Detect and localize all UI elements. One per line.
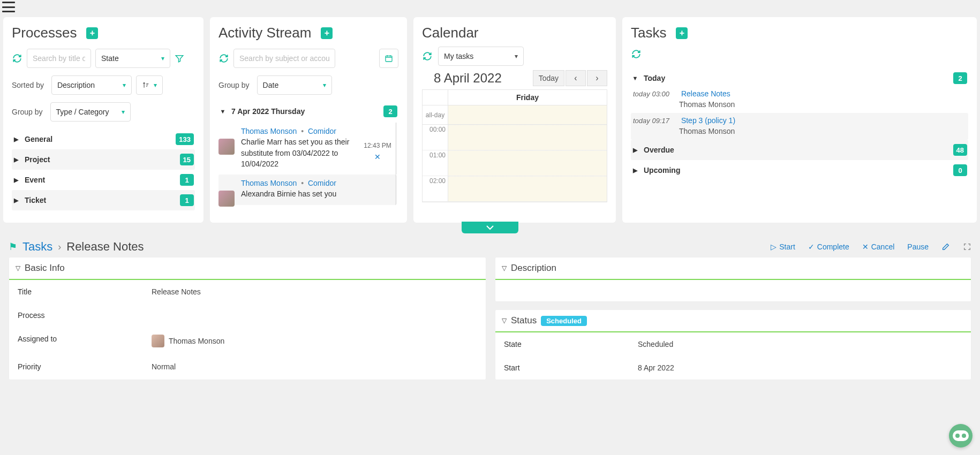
calendar-refresh-icon[interactable] bbox=[422, 51, 433, 62]
edit-icon[interactable] bbox=[941, 242, 950, 251]
status-header[interactable]: ▽ Status Scheduled bbox=[495, 310, 971, 332]
calendar-slot[interactable] bbox=[448, 176, 607, 201]
activity-user-link[interactable]: Thomas Monson bbox=[241, 127, 297, 135]
group-label: Ticket bbox=[25, 196, 46, 204]
activity-item[interactable]: Thomas Monson • Comidor Alexandra Birnie… bbox=[218, 175, 396, 205]
description-header[interactable]: ▽ Description bbox=[495, 257, 971, 280]
calendar-grid: Friday all-day 00:00 01:00 02:00 bbox=[422, 89, 607, 202]
sort-select[interactable]: Description ▾ bbox=[51, 75, 132, 95]
add-activity-button[interactable]: + bbox=[321, 27, 333, 39]
calendar-slot[interactable] bbox=[448, 150, 607, 176]
caret-right-icon: ▶ bbox=[13, 177, 19, 184]
description-body bbox=[495, 280, 971, 301]
chevron-down-icon: ▾ bbox=[154, 81, 157, 89]
caret-right-icon: ▶ bbox=[13, 136, 19, 143]
complete-label: Complete bbox=[817, 242, 849, 251]
chevron-down-icon: ▾ bbox=[122, 108, 125, 116]
cancel-action[interactable]: ✕Cancel bbox=[862, 242, 895, 251]
calendar-slot[interactable] bbox=[448, 125, 607, 150]
flag-icon: ⚑ bbox=[9, 241, 17, 253]
pause-action[interactable]: Pause bbox=[907, 242, 929, 251]
chevron-down-icon: ▾ bbox=[161, 55, 164, 62]
collapse-dashboard-button[interactable] bbox=[462, 222, 518, 233]
task-assignee: Thomas Monson bbox=[679, 127, 966, 135]
activity-day-count: 2 bbox=[383, 105, 397, 117]
task-item[interactable]: today 03:00 Release Notes Thomas Monson bbox=[631, 86, 968, 113]
add-task-button[interactable]: + bbox=[676, 27, 688, 39]
activity-item[interactable]: Thomas Monson • Comidor Charlie Marr has… bbox=[218, 123, 396, 175]
tasks-today-header[interactable]: ▼Today 2 bbox=[631, 70, 968, 86]
group-select-value: Type / Category bbox=[56, 108, 109, 116]
filter-icon[interactable] bbox=[175, 54, 184, 63]
activity-dismiss-icon[interactable]: ✕ bbox=[374, 153, 381, 161]
task-link[interactable]: Release Notes bbox=[681, 89, 730, 98]
x-icon: ✕ bbox=[862, 242, 869, 251]
activity-group-select[interactable]: Date ▾ bbox=[257, 75, 332, 95]
add-process-button[interactable]: + bbox=[86, 27, 98, 39]
complete-action[interactable]: ✓Complete bbox=[808, 242, 849, 251]
triangle-down-icon: ▽ bbox=[16, 264, 20, 272]
calendar-prev-button[interactable]: ‹ bbox=[566, 70, 586, 86]
task-link[interactable]: Step 3 (policy 1) bbox=[681, 116, 735, 125]
calendar-scope-select[interactable]: My tasks ▾ bbox=[438, 47, 524, 66]
calendar-card: Calendar My tasks ▾ 8 April 2022 Today ‹… bbox=[413, 17, 616, 223]
task-item[interactable]: today 09:17 Step 3 (policy 1) Thomas Mon… bbox=[631, 113, 968, 140]
processes-title-text: Processes bbox=[12, 25, 77, 41]
activity-card: Activity Stream + Group by Date ▾ ▼7 Apr… bbox=[210, 17, 407, 223]
tasks-overdue-label: Overdue bbox=[644, 146, 674, 154]
breadcrumb-root-link[interactable]: Tasks bbox=[22, 240, 52, 254]
field-process-label: Process bbox=[18, 311, 152, 320]
group-general[interactable]: ▶General 133 bbox=[12, 129, 195, 149]
tasks-upcoming-header[interactable]: ▶Upcoming 0 bbox=[631, 160, 968, 180]
basic-info-title: Basic Info bbox=[25, 263, 65, 274]
caret-right-icon: ▶ bbox=[13, 156, 19, 163]
tasks-today-count: 2 bbox=[953, 72, 967, 84]
field-start-label: Start bbox=[504, 363, 638, 372]
calendar-scope-value: My tasks bbox=[444, 52, 473, 60]
group-label: Event bbox=[25, 176, 45, 184]
basic-info-header[interactable]: ▽ Basic Info bbox=[9, 257, 486, 280]
play-icon: ▷ bbox=[771, 242, 777, 251]
activity-org-link[interactable]: Comidor bbox=[308, 179, 336, 187]
start-action[interactable]: ▷Start bbox=[771, 242, 795, 251]
chevron-down-icon: ▾ bbox=[123, 81, 126, 89]
activity-title: Activity Stream + bbox=[218, 25, 398, 41]
calendar-allday-slot[interactable] bbox=[448, 105, 607, 124]
activity-refresh-icon[interactable] bbox=[218, 53, 229, 64]
calendar-next-button[interactable]: › bbox=[587, 70, 607, 86]
sort-direction-button[interactable]: ▾ bbox=[136, 75, 163, 95]
chevron-down-icon: ▾ bbox=[515, 52, 518, 60]
group-event[interactable]: ▶Event 1 bbox=[12, 170, 195, 190]
activity-day-header[interactable]: ▼7 Apr 2022 Thursday 2 bbox=[218, 102, 398, 123]
tasks-refresh-icon[interactable] bbox=[631, 49, 642, 59]
breadcrumb: ⚑ Tasks › Release Notes bbox=[9, 240, 144, 254]
tasks-overdue-header[interactable]: ▶Overdue 48 bbox=[631, 140, 968, 160]
field-state-value: Scheduled bbox=[638, 340, 673, 348]
fullscreen-icon[interactable] bbox=[963, 242, 971, 251]
field-priority-value: Normal bbox=[152, 362, 176, 371]
processes-title: Processes + bbox=[12, 25, 195, 41]
separator-dot: • bbox=[301, 179, 304, 187]
group-count-badge: 1 bbox=[180, 174, 194, 186]
processes-refresh-icon[interactable] bbox=[12, 53, 22, 64]
calendar-today-button[interactable]: Today bbox=[533, 70, 564, 86]
caret-down-icon: ▼ bbox=[220, 108, 226, 115]
group-project[interactable]: ▶Project 15 bbox=[12, 149, 195, 170]
menu-button[interactable] bbox=[2, 2, 15, 12]
field-title-label: Title bbox=[18, 287, 152, 296]
group-ticket[interactable]: ▶Ticket 1 bbox=[12, 190, 195, 210]
activity-user-link[interactable]: Thomas Monson bbox=[241, 179, 297, 187]
processes-search-input[interactable] bbox=[27, 49, 91, 68]
group-label: General bbox=[25, 135, 52, 143]
caret-right-icon: ▶ bbox=[632, 147, 638, 154]
calendar-title-text: Calendar bbox=[422, 25, 479, 41]
activity-org-link[interactable]: Comidor bbox=[308, 127, 336, 135]
group-select[interactable]: Type / Category ▾ bbox=[50, 102, 131, 122]
status-badge: Scheduled bbox=[541, 316, 587, 326]
activity-date-button[interactable] bbox=[379, 49, 398, 68]
chevron-down-icon: ▾ bbox=[323, 81, 326, 89]
activity-search-input[interactable] bbox=[233, 49, 335, 68]
sorted-by-label: Sorted by bbox=[12, 81, 44, 89]
state-select[interactable]: State ▾ bbox=[95, 49, 170, 68]
breadcrumb-leaf: Release Notes bbox=[66, 240, 144, 254]
